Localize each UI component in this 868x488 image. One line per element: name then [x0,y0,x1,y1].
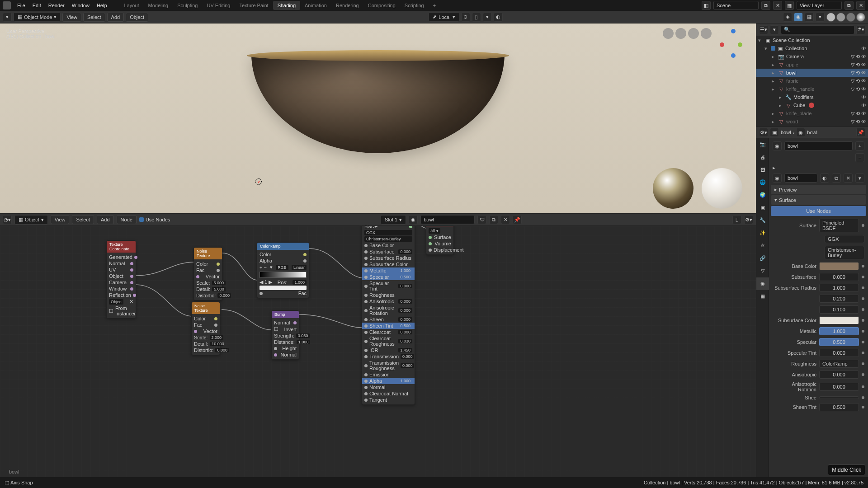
prop-row-sheen-tint[interactable]: Sheen Tint0.500 [771,402,866,413]
nav-gizmo[interactable] [720,29,747,74]
prop-row-specular-tint[interactable]: Specular Tint0.000 [771,347,866,358]
viewlayer-field[interactable]: View Layer [797,1,842,10]
property-panel[interactable]: ◉bowl+ − ▸ ◉bowl◐⧉✕▾ ▸Preview ▾Surface U… [769,138,868,477]
snap-icon[interactable]: ⌷ [472,13,481,22]
prop-row-roughness[interactable]: RoughnessColorRamp [771,358,866,369]
slot-dropdown[interactable]: Slot 1▾ [381,215,406,225]
bsdf-row[interactable]: Transmission Roughness0.000 [364,360,412,371]
bsdf-row[interactable]: Transmission0.000 [364,353,412,360]
tab-scene-icon[interactable]: 🌐 [756,176,769,189]
bsdf-row[interactable]: Sheen0.000 [364,316,412,323]
axis-x-icon[interactable] [720,42,724,47]
slot-add-icon[interactable]: + [855,141,864,150]
tab-material-icon[interactable]: ◉ [756,277,769,290]
mat-unlink-icon[interactable]: ✕ [501,215,510,224]
outliner[interactable]: ▾▣Scene Collection ▾▣Collection👁 ▸📷Camer… [756,36,868,127]
view-menu[interactable]: View [62,13,81,22]
menu-edit[interactable]: Edit [29,1,45,10]
bsdf-row[interactable]: Normal [364,384,412,390]
zoom-icon[interactable] [663,28,674,39]
outliner-type-icon[interactable]: ☰▾ [759,25,768,34]
tab-output-icon[interactable]: 🖨 [756,151,769,164]
node-opts-icon[interactable]: ⚙▾ [744,215,753,224]
node-material-output[interactable]: Material Output All ▾ Surface Volume Dis… [426,226,454,255]
viewlayer-del-icon[interactable]: ✕ [856,1,865,10]
bsdf-row[interactable]: Clearcoat0.000 [364,329,412,335]
tab-constraint-icon[interactable]: 🔗 [756,252,769,265]
tab-modeling[interactable]: Modeling [144,1,173,10]
bsdf-row[interactable]: Clearcoat Normal [364,390,412,397]
mat-copy-icon[interactable]: ⧉ [832,174,841,183]
node-snap-icon[interactable]: ⌷ [732,215,741,224]
dist-dropdown[interactable]: GGX [825,235,864,243]
prop-edit-icon[interactable]: ◐ [494,13,503,22]
tree-item-fabric[interactable]: ▸▽fabric▽⟲👁 [756,77,868,85]
use-nodes-button[interactable]: Use Nodes [771,206,866,216]
tab-texpaint[interactable]: Texture Paint [235,1,273,10]
surface-shader-dropdown[interactable]: Principled BSDF [819,219,859,232]
prop-row-anisotropic-rotation[interactable]: Anisotropic Rotation0.000 [771,380,866,394]
tree-item-camera[interactable]: ▸📷Camera▽⟲👁 [756,52,868,61]
menu-render[interactable]: Render [45,1,68,10]
node-node-menu[interactable]: Node [117,215,137,224]
prop-row-specular[interactable]: Specular0.500 [771,337,866,347]
mat-users-icon[interactable]: ◐ [820,174,829,183]
viewlayer-new-icon[interactable]: ⧉ [844,1,854,10]
tree-item-bowl[interactable]: ▸▽bowl▽⟲👁 [756,69,868,77]
scene-icon[interactable]: ◧ [702,1,711,10]
prop-row-subsurface-color[interactable]: Subsurface Color [771,315,866,326]
editor-type-icon[interactable]: ▾ [3,13,12,22]
orientation-dropdown[interactable]: ⬈Local▾ [429,12,459,22]
solid-icon[interactable] [836,13,845,22]
use-nodes-checkbox[interactable] [139,217,144,222]
scene-field[interactable]: Scene [713,1,759,10]
ramp-gradient[interactable] [259,272,307,278]
prop-row-sub[interactable]: 0.200 [771,293,866,304]
menu-window[interactable]: Window [68,1,93,10]
viewlayer-icon[interactable]: ▦ [785,1,794,10]
prop-row-sub[interactable]: 0.100 [771,304,866,315]
tree-collection[interactable]: ▾▣Collection👁 [756,44,868,52]
material-name-field[interactable]: bowl [420,215,475,224]
mat-slot-field[interactable]: bowl [784,141,853,150]
tree-item-wood[interactable]: ▸▽wood▽⟲👁 [756,117,868,126]
bsdf-row[interactable]: Specular0.500 [362,274,415,280]
node-header[interactable]: Noise Texture [194,248,222,259]
node-colorramp[interactable]: ColorRamp Color Alpha + −▾RGBLinear ◀ 1 … [257,242,309,298]
camera-icon[interactable] [688,28,699,39]
mat-slot-icon[interactable]: ◉ [773,141,782,150]
tab-animation[interactable]: Animation [300,1,331,10]
scene-new-icon[interactable]: ⧉ [761,1,770,10]
mat-name-field[interactable]: bowl [784,174,817,183]
persp-icon[interactable] [701,28,712,39]
axis-neg-z-icon[interactable] [731,53,736,58]
tab-shading[interactable]: Shading [273,1,300,10]
node-header[interactable]: Bump [272,311,299,318]
3d-viewport[interactable]: User Perspective (181) Collection | bowl [0,23,756,213]
rendered-icon[interactable] [856,13,865,22]
tree-item-cube[interactable]: ▸▽Cube👁 [756,101,868,109]
bsdf-row[interactable]: Anisotropic Rotation0.000 [364,305,412,316]
snap-opts-icon[interactable]: ▾ [483,13,492,22]
pin-prop-icon[interactable]: 📌 [856,128,865,137]
node-add-menu[interactable]: Add [97,215,114,224]
bsdf-row[interactable]: Tangent [364,397,412,403]
bsdf-row[interactable]: Sheen Tint0.500 [362,323,415,329]
axis-y-icon[interactable] [738,42,742,47]
tab-layout[interactable]: Layout [120,1,144,10]
tree-item-modifiers[interactable]: ▸🔧Modifiers👁 [756,93,868,101]
bsdf-row[interactable]: Base Color [364,242,412,249]
tree-item-knife_blade[interactable]: ▸▽knife_blade▽⟲👁 [756,109,868,117]
bsdf-row[interactable]: Anisotropic0.000 [364,298,412,305]
outliner-display-icon[interactable]: ▾ [770,25,779,34]
bsdf-row[interactable]: Roughness [364,292,412,298]
bsdf-row[interactable]: Metallic1.000 [362,267,415,274]
node-select-menu[interactable]: Select [72,215,94,224]
bsdf-row[interactable]: IOR1.450 [364,347,412,353]
prop-row-metallic[interactable]: Metallic1.000 [771,326,866,337]
tree-item-knife_handle[interactable]: ▸▽knife_handle▽⟲👁 [756,85,868,93]
bsdf-row[interactable]: Subsurface0.000 [364,249,412,255]
prop-row-base-color[interactable]: Base Color [771,261,866,272]
tab-uv[interactable]: UV Editing [202,1,235,10]
tab-texture-icon[interactable]: ▦ [756,290,769,303]
